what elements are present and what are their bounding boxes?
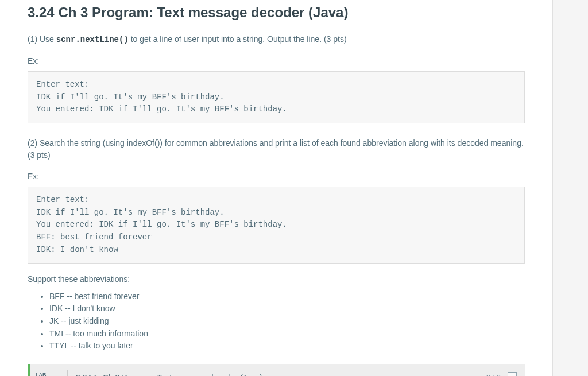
support-abbreviations-label: Support these abbreviations:	[28, 274, 525, 284]
list-item: JK -- just kidding	[49, 315, 525, 328]
lab-activity-bar: LAB ACTIVITY 3.24.1: Ch 3 Program: Text …	[28, 364, 525, 376]
step1-description: (1) Use scnr.nextLine() to get a line of…	[28, 33, 525, 46]
bookmark-icon[interactable]	[508, 372, 517, 376]
divider	[67, 370, 68, 376]
list-item: IDK -- I don't know	[49, 303, 525, 315]
main-content: 3.24 Ch 3 Program: Text message decoder …	[0, 0, 552, 376]
code-example-1: Enter text: IDK if I'll go. It's my BFF'…	[28, 71, 525, 123]
example-label-2: Ex:	[28, 172, 525, 181]
abbreviation-list: BFF -- best friend forever IDK -- I don'…	[28, 290, 525, 352]
lab-activity-badge: LAB ACTIVITY	[36, 372, 59, 376]
list-item: TTYL -- talk to you later	[49, 340, 525, 352]
right-sidebar-gutter	[552, 0, 588, 376]
lab-activity-score: 0 / 6	[486, 373, 501, 376]
step2-description: (2) Search the string (using indexOf()) …	[28, 137, 525, 161]
example-label-1: Ex:	[28, 56, 525, 65]
lab-badge-line1: LAB	[36, 372, 59, 376]
lab-activity-title: 3.24.1: Ch 3 Program: Text message decod…	[76, 373, 486, 376]
step1-suffix: to get a line of user input into a strin…	[129, 34, 347, 44]
page-title: 3.24 Ch 3 Program: Text message decoder …	[28, 5, 525, 21]
step1-prefix: (1) Use	[28, 34, 56, 44]
step1-code: scnr.nextLine()	[56, 35, 129, 44]
list-item: BFF -- best friend forever	[49, 290, 525, 303]
list-item: TMI -- too much information	[49, 328, 525, 340]
code-example-2: Enter text: IDK if I'll go. It's my BFF'…	[28, 187, 525, 263]
